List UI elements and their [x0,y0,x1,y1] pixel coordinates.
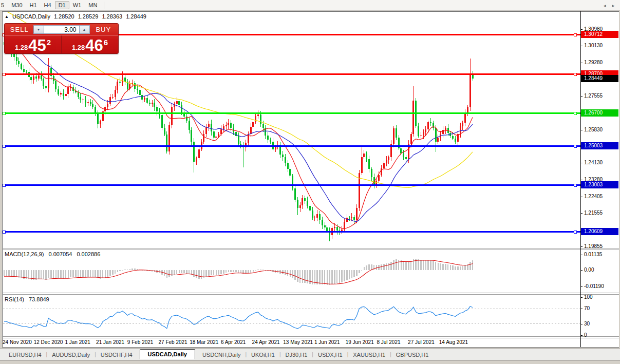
price-level-tag: 1.25003 [581,142,618,149]
price-chart[interactable] [0,0,620,364]
rsi-label: RSI(14) 73.8849 [5,296,52,302]
quote-prices-row: 1.28 45 2 1.28 46 6 [5,35,118,53]
date-axis-label: 24 Apr 2021 [252,339,280,345]
chart-tab-xauusd[interactable]: XAUUSD,H1 [348,350,390,359]
date-axis-label: 12 Dec 2020 [34,339,63,345]
bid-price-big: 45 [28,39,46,52]
price-axis-label: 1.27555 [584,93,603,99]
rsi-scale-label: 100 [584,294,593,300]
ask-price-big: 46 [85,39,103,52]
volume-input[interactable]: 3.00 [44,25,79,34]
chart-background [2,11,619,347]
date-axis-label: 8 Jul 2021 [377,339,400,345]
bar-low-value: 1.28363 [102,13,122,20]
chart-tab-usdx[interactable]: USDX,H1 [313,350,347,359]
price-axis-label: 1.30130 [584,43,603,49]
price-level-tag: 1.23003 [581,181,618,188]
chart-tab-audusd[interactable]: AUDUSD,Daily [47,350,95,359]
timeframe-button-5[interactable]: 5 [0,1,8,9]
macd-main-value: 0.007054 [48,251,72,257]
buy-button[interactable]: BUY [90,26,118,33]
date-axis-label: 1 Jun 2021 [314,339,340,345]
macd-label: MACD(12,26,9) 0.007054 0.002886 [5,251,103,257]
volume-increase-button[interactable]: ▲ [79,25,90,34]
timeframe-toolbar: 5M30H1H4D1W1MN [0,0,620,11]
date-axis-label: 21 Jan 2021 [96,339,124,345]
date-axis-label: 27 Jul 2021 [408,339,435,345]
timeframe-button-h1[interactable]: H1 [26,1,41,9]
bar-open-value: 1.28520 [54,13,74,20]
price-axis-label: 1.29280 [584,60,603,66]
bid-price-prefix: 1.28 [15,44,28,51]
macd-scale-label: 0.00 [584,267,594,273]
trade-buttons-row: SELL ▼ 3.00 ▲ BUY [5,24,118,35]
macd-signal-value: 0.002886 [77,251,100,257]
date-axis-label: 24 Nov 2020 [3,339,32,345]
macd-title: MACD(12,26,9) [5,251,44,257]
date-axis-label: 14 Aug 2021 [439,339,468,345]
date-axis-label: 6 Apr 2021 [221,339,246,345]
price-axis-label: 1.19855 [584,243,603,250]
timeframe-button-mn[interactable]: MN [85,1,101,9]
rsi-value: 73.8849 [29,296,49,302]
price-level-tag: 1.26700 [581,109,618,117]
metatrader-window: 5M30H1H4D1W1MN ▲ USDCAD,Daily 1.28520 1.… [0,0,620,364]
rsi-scale-label: 0 [584,332,587,338]
chart-tab-dj30[interactable]: DJ30,H1 [281,350,312,359]
ask-price-pipette: 6 [104,39,108,46]
rsi-title: RSI(14) [5,296,24,302]
tab-scroll-buttons: ◄ ► [603,4,615,8]
date-axis-label: 19 Jun 2021 [346,339,374,345]
volume-decrease-button[interactable]: ▼ [33,25,44,34]
chart-tab-usdcnh[interactable]: USDCNH,Daily [198,350,246,359]
timeframe-button-w1[interactable]: W1 [69,1,85,9]
toolbar-divider [104,2,104,9]
chart-tabbar: EURUSD,H4|AUDUSD,Daily|USDCHF,H4USDCAD,D… [0,349,620,360]
collapse-panel-icon[interactable]: ▲ [5,14,9,19]
timeframe-button-h4[interactable]: H4 [41,1,55,9]
bar-high-value: 1.28529 [78,13,99,20]
rsi-scale-label: 30 [584,321,590,327]
volume-control: ▼ 3.00 ▲ [33,25,90,34]
chart-symbol-label: USDCAD,Daily [12,13,50,20]
ask-price-prefix: 1.28 [72,44,85,51]
bid-price[interactable]: 1.28 45 2 [5,35,61,53]
bid-price-pipette: 2 [47,39,51,46]
chart-tab-gbpusd[interactable]: GBPUSD,H1 [391,350,434,359]
date-axis-label: 27 Feb 2021 [159,339,187,345]
scroll-tabs-right-icon[interactable]: ► [611,4,615,8]
price-level-tag: 1.30712 [581,31,618,38]
bar-close-value: 1.28449 [126,13,146,20]
timeframe-button-m30[interactable]: M30 [8,1,26,9]
date-axis-label: 18 Mar 2021 [190,339,218,345]
chart-tab-usdcad[interactable]: USDCAD,Daily [140,349,195,359]
sell-button[interactable]: SELL [6,26,33,33]
date-axis-label: 1 Jan 2021 [65,339,90,345]
price-axis-label: 1.22405 [584,194,603,200]
price-axis-label: 1.21555 [584,210,603,216]
chart-tab-ukoil[interactable]: UKOil,H1 [247,350,279,359]
price-axis-label: 1.25830 [584,127,603,133]
chevron-up-icon: ▲ [83,28,86,31]
chart-header: ▲ USDCAD,Daily 1.28520 1.28529 1.28363 1… [5,13,146,20]
chart-tab-usdchf[interactable]: USDCHF,H4 [96,350,137,359]
macd-scale-label: 0.01135 [584,252,602,258]
macd-scale-label: -0.01190 [584,283,604,290]
price-level-tag: 1.20609 [581,228,618,235]
price-axis-label: 1.24130 [584,160,603,166]
rsi-scale-label: 70 [584,305,590,312]
chart-tab-eurusd[interactable]: EURUSD,H4 [4,350,46,359]
price-level-tag: 1.28449 [581,75,618,82]
chevron-down-icon: ▼ [37,28,41,31]
scroll-tabs-left-icon[interactable]: ◄ [603,4,607,8]
timeframe-button-d1[interactable]: D1 [55,1,69,9]
status-strip [0,360,620,364]
date-axis-label: 9 Feb 2021 [127,339,154,345]
ask-price[interactable]: 1.28 46 6 [61,35,118,53]
one-click-trading-panel: SELL ▼ 3.00 ▲ BUY 1.28 45 2 1.28 46 6 [4,23,119,54]
date-axis-label: 13 May 2021 [283,339,313,345]
